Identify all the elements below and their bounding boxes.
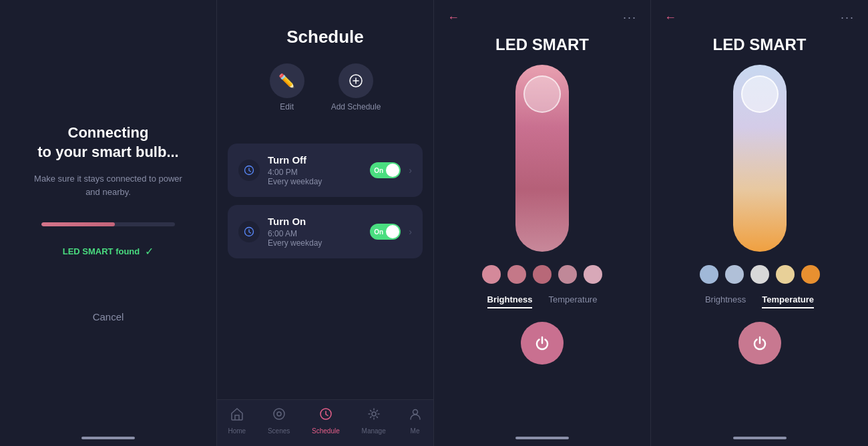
more-menu-3[interactable]: ···: [623, 11, 637, 25]
swatch-t2[interactable]: [725, 265, 744, 284]
add-schedule-button[interactable]: Add Schedule: [331, 63, 381, 112]
bottom-indicator-3: [515, 437, 569, 439]
schedule-actions: ✏️ Edit Add Schedule: [233, 63, 417, 112]
clock-icon-1: [238, 160, 260, 181]
cancel-button[interactable]: Cancel: [93, 311, 124, 322]
nav-home-label: Home: [228, 427, 246, 435]
connecting-subtitle: Make sure it stays connected to power an…: [27, 172, 190, 198]
edit-icon-circle: ✏️: [270, 63, 304, 98]
edit-label: Edit: [280, 102, 294, 112]
me-icon: [408, 407, 423, 425]
nav-home[interactable]: Home: [228, 407, 246, 435]
clock-icon-2: [238, 221, 260, 242]
schedule-item-2[interactable]: Turn On 6:00 AMEvery weekday On ›: [228, 205, 423, 258]
power-button-4[interactable]: [738, 322, 781, 365]
tab-row-4: Brightness Temperature: [651, 294, 868, 308]
toggle-knob-2: [386, 225, 399, 238]
edit-button[interactable]: ✏️ Edit: [270, 63, 304, 112]
nav-me[interactable]: Me: [408, 407, 423, 435]
slider-knob: [523, 75, 561, 113]
schedule-item-1[interactable]: Turn Off 4:00 PMEvery weekday On ›: [228, 144, 423, 197]
schedule-title: Schedule: [233, 27, 417, 47]
color-swatches-4: [651, 265, 868, 284]
power-button-3[interactable]: [521, 322, 564, 365]
nav-schedule-label: Schedule: [312, 427, 340, 435]
nav-scenes[interactable]: Scenes: [268, 407, 290, 435]
tab-brightness-3[interactable]: Brightness: [487, 294, 533, 308]
nav-manage[interactable]: Manage: [362, 407, 386, 435]
svg-point-6: [372, 412, 376, 416]
schedule-toggle-2: On: [370, 224, 401, 240]
schedule-list: Turn Off 4:00 PMEvery weekday On › Turn …: [217, 144, 433, 258]
temp-slider-container: [651, 65, 868, 252]
manage-icon: [367, 407, 381, 425]
toggle-knob-1: [386, 164, 399, 177]
nav-manage-label: Manage: [362, 427, 386, 435]
back-button-4[interactable]: ←: [664, 11, 676, 25]
swatch-1[interactable]: [482, 265, 501, 284]
swatch-4[interactable]: [558, 265, 577, 284]
nav-schedule[interactable]: Schedule: [312, 407, 340, 435]
bottom-nav: Home Scenes Schedule: [217, 399, 433, 446]
schedule-info-1: Turn Off 4:00 PMEvery weekday: [268, 154, 362, 186]
more-menu-4[interactable]: ···: [841, 11, 855, 25]
tab-brightness-4[interactable]: Brightness: [705, 294, 746, 308]
check-icon: ✓: [145, 245, 154, 258]
swatch-t1[interactable]: [700, 265, 718, 284]
svg-point-3: [274, 409, 284, 419]
schedule-time-2: 6:00 AMEvery weekday: [268, 229, 362, 248]
color-swatches-3: [434, 265, 650, 284]
found-text: LED SMART found: [63, 246, 140, 256]
svg-point-7: [413, 409, 417, 414]
led-title-3: LED SMART: [434, 30, 650, 65]
swatch-t3[interactable]: [750, 265, 769, 284]
nav-scenes-label: Scenes: [268, 427, 290, 435]
led-title-4: LED SMART: [651, 30, 868, 65]
tab-row-3: Brightness Temperature: [434, 294, 650, 308]
toggle-switch-1[interactable]: On: [370, 162, 401, 178]
schedule-info-2: Turn On 6:00 AMEvery weekday: [268, 216, 362, 248]
tab-temperature-4[interactable]: Temperature: [762, 294, 814, 308]
found-row: LED SMART found ✓: [63, 245, 154, 258]
swatch-3[interactable]: [533, 265, 552, 284]
schedule-panel: Schedule ✏️ Edit Add Schedule: [217, 0, 434, 446]
add-schedule-label: Add Schedule: [331, 102, 381, 112]
progress-bar: [41, 222, 175, 226]
led-header-3: ← ···: [434, 0, 650, 30]
add-icon-circle: [339, 63, 373, 98]
progress-fill: [41, 222, 115, 226]
schedule-toggle-1: On: [370, 162, 401, 178]
led-header-4: ← ···: [651, 0, 868, 30]
back-button-3[interactable]: ←: [447, 11, 459, 25]
toggle-switch-2[interactable]: On: [370, 224, 401, 240]
schedule-icon: [318, 407, 333, 425]
schedule-time-1: 4:00 PMEvery weekday: [268, 168, 362, 186]
scenes-icon: [272, 407, 286, 425]
svg-point-4: [277, 412, 281, 416]
chevron-icon-2: ›: [409, 226, 412, 237]
power-btn-row-4: [651, 322, 868, 365]
connecting-title: Connecting to your smart bulb...: [37, 124, 178, 162]
chevron-icon-1: ›: [409, 165, 412, 176]
swatch-2[interactable]: [507, 265, 526, 284]
led-temperature-panel: ← ··· LED SMART Brightness Temperature: [651, 0, 868, 446]
schedule-name-2: Turn On: [268, 216, 362, 227]
tab-temperature-3[interactable]: Temperature: [548, 294, 597, 308]
led-brightness-panel: ← ··· LED SMART Brightness Temperature: [434, 0, 651, 446]
home-icon: [230, 407, 244, 425]
brightness-slider-container: [434, 65, 650, 252]
power-btn-row-3: [434, 322, 650, 365]
swatch-t4[interactable]: [776, 265, 795, 284]
temp-slider[interactable]: [733, 65, 787, 252]
connecting-panel: Connecting to your smart bulb... Make su…: [0, 0, 217, 446]
swatch-t5[interactable]: [801, 265, 820, 284]
schedule-name-1: Turn Off: [268, 154, 362, 166]
bottom-indicator-4: [733, 437, 787, 439]
temp-knob: [741, 75, 779, 113]
nav-me-label: Me: [411, 427, 420, 435]
schedule-header: Schedule ✏️ Edit Add Schedule: [217, 0, 433, 144]
bottom-indicator: [81, 437, 135, 439]
swatch-5[interactable]: [584, 265, 602, 284]
brightness-slider[interactable]: [515, 65, 569, 252]
